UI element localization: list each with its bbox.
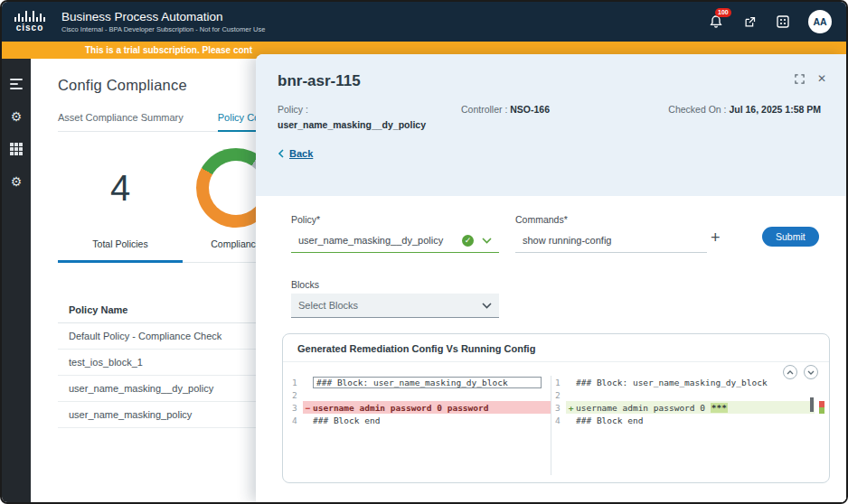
masked-password-highlight: *** [711,403,728,413]
compliance-label: Compliance [211,238,260,249]
valid-check-icon: ✓ [462,235,474,247]
code-line: 4 ### Block end [551,414,815,426]
back-chevron-icon [278,149,285,158]
diff-pane-running: 1 ### Block: user_name_masking_dy_block … [551,376,815,475]
app-window: cisco Business Process Automation Cisco … [0,0,848,504]
code-line-added: 3 +username admin password 0 *** [551,401,815,414]
header-actions: 100 AA [708,10,832,33]
device-detail-panel: bnr-asr-115 ✕ Policy : user_name_masking… [256,54,846,502]
total-policies-value: 4 [110,168,130,209]
notification-badge: 100 [715,8,731,17]
panel-info-row: Policy : user_name_masking__dy_policy Co… [278,104,824,130]
info-checked-value: Jul 16, 2025 1:58 PM [729,104,821,115]
menu-icon[interactable] [9,77,24,91]
app-subtitle: Cisco Internal - BPA Developer Subscript… [61,25,265,33]
chevron-down-icon [482,303,492,309]
code-line: 2 [288,388,551,401]
code-line: 1 ### Block: user_name_masking_dy_block [551,376,815,388]
notifications-bell-icon[interactable]: 100 [708,14,724,30]
admin-gear-icon[interactable]: ⚙ [9,174,24,189]
info-checked-on: Checked On : Jul 16, 2025 1:58 PM [668,104,824,130]
apps-icon[interactable] [775,14,791,30]
diff-nav-buttons [783,365,818,379]
trial-banner-text: This is a trial subscription. Please con… [85,45,252,55]
expand-icon[interactable] [795,74,805,84]
info-policy: Policy : user_name_masking__dy_policy [278,104,461,130]
back-link[interactable]: Back [289,148,313,159]
chevron-down-icon [807,370,815,375]
diff-editor[interactable]: 1 ### Block: user_name_masking_dy_block … [288,376,815,475]
blocks-select-placeholder: Select Blocks [298,300,482,311]
app-titles: Business Process Automation Cisco Intern… [61,10,265,33]
sidebar: ⚙ ⚙ [2,59,31,502]
info-controller-label: Controller : [461,104,507,115]
code-line: 4 ### Block end [288,414,551,426]
info-checked-label: Checked On : [668,104,726,115]
next-diff-button[interactable] [804,365,818,379]
add-command-button[interactable]: + [711,229,721,246]
cisco-logo-bars [14,11,45,22]
settings-gear-icon[interactable]: ⚙ [9,109,24,124]
info-controller: Controller : NSO-166 [461,104,653,130]
close-icon[interactable]: ✕ [817,72,826,85]
app-title: Business Process Automation [61,10,265,23]
diff-card: Generated Remediation Config Vs Running … [282,333,830,483]
prev-diff-button[interactable] [783,365,797,379]
total-policies-label: Total Policies [92,238,147,249]
code-line: 1 ### Block: user_name_masking_dy_block [288,376,551,388]
ruler-added-mark [819,407,824,414]
commands-field-label: Commands* [515,214,568,225]
blocks-field-label: Blocks [291,279,319,290]
code-line: 2 [551,388,815,401]
chevron-down-icon [482,238,492,244]
back-row: Back [278,148,824,159]
cisco-logo-text: cisco [16,23,44,33]
diff-title: Generated Remediation Config Vs Running … [283,334,829,362]
info-policy-value: user_name_masking__dy_policy [278,119,461,130]
top-header: cisco Business Process Automation Cisco … [2,2,846,42]
info-policy-label: Policy : [278,104,308,115]
cisco-logo: cisco [14,11,45,33]
chevron-up-icon [787,370,794,375]
device-name-title: bnr-asr-115 [278,72,824,90]
panel-body: Policy* user_name_masking__dy_policy ✓ C… [256,196,846,502]
apps-grid-icon[interactable] [9,142,24,156]
stat-total-policies[interactable]: 4 Total Policies [58,146,183,263]
policy-select[interactable]: user_name_masking__dy_policy ✓ [291,229,499,253]
diff-pane-remediation: 1 ### Block: user_name_masking_dy_block … [288,376,551,475]
code-line-removed: 3 −username admin password 0 password [288,401,551,414]
external-link-icon[interactable] [741,14,758,30]
user-avatar[interactable]: AA [808,10,832,33]
diff-overview-ruler[interactable] [819,376,824,475]
policy-select-value: user_name_masking__dy_policy [298,235,458,246]
tab-asset-compliance-summary[interactable]: Asset Compliance Summary [58,112,184,131]
panel-window-controls: ✕ [795,72,826,85]
panel-header: bnr-asr-115 ✕ Policy : user_name_masking… [256,54,846,196]
info-controller-value: NSO-166 [510,104,550,115]
ruler-removed-mark [819,401,824,407]
submit-button[interactable]: Submit [762,227,819,247]
commands-input[interactable] [515,229,707,253]
scrollbar-thumb[interactable] [810,397,814,412]
blocks-select[interactable]: Select Blocks [291,294,499,318]
policy-field-label: Policy* [291,214,320,225]
